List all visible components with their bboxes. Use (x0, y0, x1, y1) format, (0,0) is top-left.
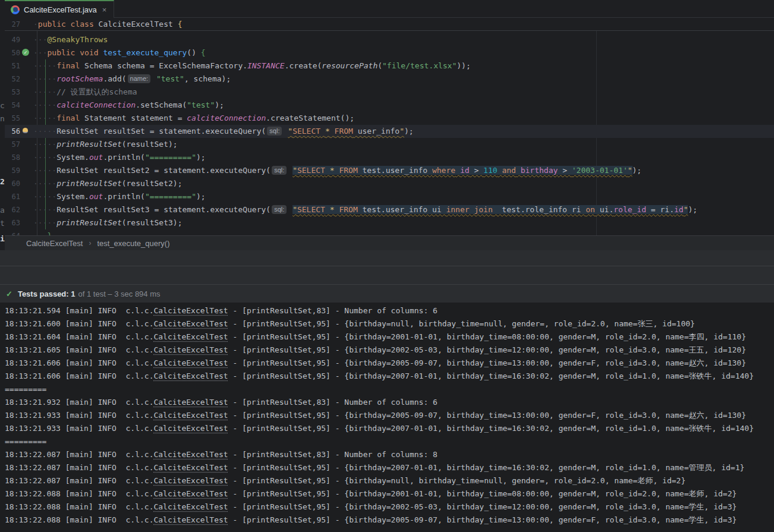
line-number: 57 (5, 138, 20, 151)
code-text: ·····System.out.println("========="); (32, 151, 774, 164)
console-class-link[interactable]: CalciteExcelTest (153, 450, 228, 459)
background-window-text-fragment: at (0, 206, 5, 215)
code-line-59[interactable]: 59·····ResultSet resultSet2 = statement.… (5, 164, 774, 177)
background-window-text-fragment: c (0, 101, 5, 110)
code-line-56[interactable]: 56·····ResultSet resultSet = statement.e… (5, 125, 774, 138)
tab-title: CalciteExcelTest.java (24, 5, 97, 14)
gutter-slot (20, 151, 32, 164)
gutter-slot (20, 59, 32, 73)
code-line-49[interactable]: 49···@SneakyThrows (5, 33, 774, 46)
console-class-link[interactable]: CalciteExcelTest (153, 345, 228, 354)
code-line-58[interactable]: 58·····System.out.println("========="); (5, 151, 774, 164)
code-line-54[interactable]: 54·····calciteConnection.setSchema("test… (5, 99, 774, 112)
background-window-text-fragment: t. (0, 219, 5, 228)
code-editor[interactable]: 49···@SneakyThrows50✓···public void test… (5, 31, 774, 235)
console-class-link[interactable]: CalciteExcelTest (153, 306, 228, 315)
line-number: 53 (5, 86, 20, 99)
code-line-53[interactable]: 53·····// 设置默认的schema (5, 86, 774, 99)
code-text: ·····// 设置默认的schema (32, 86, 774, 99)
test-class-icon (11, 5, 20, 14)
code-text: ···} (32, 229, 774, 235)
line-number: 49 (5, 33, 20, 46)
sticky-line-27: 27·public class CalciteExcelTest { (5, 18, 774, 31)
console-log-line: 18:13:22.087 [main] INFO c.l.c.CalciteEx… (0, 448, 774, 461)
code-line-60[interactable]: 60·····printResultSet(resultSet2); (5, 177, 774, 190)
code-line-55[interactable]: 55·····final Statement statement = calci… (5, 112, 774, 125)
gutter-slot (20, 164, 32, 177)
background-window-sliver: cn(2att.in (0, 0, 5, 285)
background-window-text-fragment: n( (0, 114, 5, 123)
line-number: 58 (5, 151, 20, 164)
gutter-slot (20, 112, 32, 125)
gutter-slot (20, 138, 32, 151)
gutter-slot (20, 216, 32, 229)
console-log-line: 18:13:22.087 [main] INFO c.l.c.CalciteEx… (0, 474, 774, 487)
console-log-line: 18:13:22.088 [main] INFO c.l.c.CalciteEx… (0, 514, 774, 527)
code-text: ·····rootSchema.add(name: "test", schema… (32, 73, 774, 86)
line-number: 50 (5, 46, 20, 59)
background-window-text-fragment: in (0, 234, 5, 243)
line-number: 62 (5, 203, 20, 216)
code-line-27[interactable]: 27·public class CalciteExcelTest { (5, 18, 774, 31)
background-window-text-fragment: 2 (0, 177, 5, 186)
console-class-link[interactable]: CalciteExcelTest (153, 411, 228, 420)
line-number: 27 (5, 18, 20, 31)
inline-hint-chip: sql: (272, 205, 287, 214)
test-passed-gutter-icon[interactable]: ✓ (22, 49, 29, 56)
gutter-slot (20, 73, 32, 86)
console-class-link[interactable]: CalciteExcelTest (153, 372, 228, 380)
console-separator-line: ========= (0, 435, 774, 448)
inline-hint-chip: sql: (267, 127, 282, 136)
console-class-link[interactable]: CalciteExcelTest (153, 502, 228, 511)
breadcrumb-method[interactable]: test_execute_query() (97, 239, 169, 248)
tab-close-icon[interactable]: × (102, 6, 107, 14)
breadcrumb-class[interactable]: CalciteExcelTest (26, 239, 83, 248)
code-text: ·····calciteConnection.setSchema("test")… (32, 99, 774, 112)
console-class-link[interactable]: CalciteExcelTest (153, 424, 228, 433)
test-status-detail: of 1 test – 3 sec 894 ms (78, 289, 161, 298)
code-line-52[interactable]: 52·····rootSchema.add(name: "test", sche… (5, 73, 774, 86)
lightbulb-icon[interactable] (23, 128, 28, 133)
run-console[interactable]: 18:13:21.594 [main] INFO c.l.c.CalciteEx… (0, 303, 774, 532)
code-line-62[interactable]: 62·····ResultSet resultSet3 = statement.… (5, 203, 774, 216)
gutter-slot (20, 33, 32, 46)
console-separator-line: ========= (0, 383, 774, 396)
console-class-link[interactable]: CalciteExcelTest (153, 463, 228, 472)
code-text: ·····ResultSet resultSet = statement.exe… (32, 125, 774, 138)
console-log-line: 18:13:21.606 [main] INFO c.l.c.CalciteEx… (0, 357, 774, 370)
code-line-51[interactable]: 51·····final Schema schema = ExcelSchema… (5, 59, 774, 73)
gutter-slot: ✓ (20, 46, 32, 59)
editor-tab-bar: CalciteExcelTest.java × (5, 0, 774, 18)
console-log-line: 18:13:21.600 [main] INFO c.l.c.CalciteEx… (0, 317, 774, 330)
code-line-64[interactable]: 64···} (5, 229, 774, 235)
code-line-63[interactable]: 63·····printResultSet(resultSet3); (5, 216, 774, 229)
code-text: ···public void test_execute_query() { (32, 46, 774, 59)
console-log-line: 18:13:22.088 [main] INFO c.l.c.CalciteEx… (0, 487, 774, 500)
console-class-link[interactable]: CalciteExcelTest (153, 489, 228, 498)
code-line-61[interactable]: 61·····System.out.println("========="); (5, 190, 774, 203)
line-number: 55 (5, 112, 20, 125)
console-log-line: 18:13:22.087 [main] INFO c.l.c.CalciteEx… (0, 461, 774, 474)
line-number: 51 (5, 59, 20, 73)
code-text: ·public class CalciteExcelTest { (32, 18, 774, 31)
line-number: 54 (5, 99, 20, 112)
gutter-slot (20, 190, 32, 203)
tab-calciteexceltest[interactable]: CalciteExcelTest.java × (5, 0, 114, 18)
inline-hint-chip: name: (128, 74, 151, 83)
gutter-slot (20, 203, 32, 216)
code-text: ·····printResultSet(resultSet2); (32, 177, 774, 190)
chevron-right-icon: › (89, 239, 91, 247)
run-toolbar-band-2 (0, 266, 774, 285)
console-class-link[interactable]: CalciteExcelTest (153, 319, 228, 328)
gutter-slot (20, 18, 32, 31)
code-text: ·····printResultSet(resultSet3); (32, 216, 774, 229)
console-class-link[interactable]: CalciteExcelTest (153, 515, 228, 524)
console-class-link[interactable]: CalciteExcelTest (153, 398, 228, 407)
console-class-link[interactable]: CalciteExcelTest (153, 476, 228, 485)
code-line-50[interactable]: 50✓···public void test_execute_query() { (5, 46, 774, 59)
console-class-link[interactable]: CalciteExcelTest (153, 358, 228, 367)
code-line-57[interactable]: 57·····printResultSet(resultSet); (5, 138, 774, 151)
console-class-link[interactable]: CalciteExcelTest (153, 332, 228, 341)
inline-hint-chip: sql: (272, 166, 287, 175)
line-number: 59 (5, 164, 20, 177)
